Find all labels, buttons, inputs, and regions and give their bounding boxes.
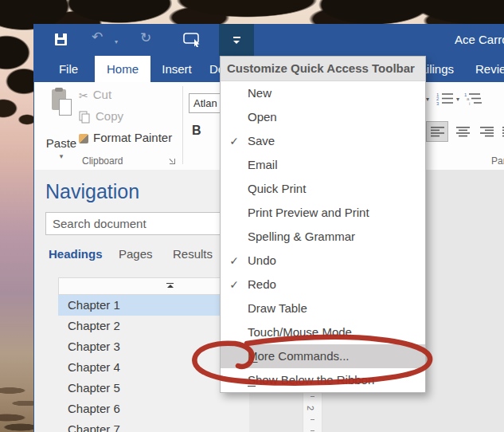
qat-menu-items: NewOpen✓SaveEmailQuick PrintPrint Previe… (221, 81, 425, 392)
touch-mouse-mode-button[interactable] (183, 33, 202, 49)
menu-item-label: Print Preview and Print (248, 201, 369, 225)
paragraph-group-label: Paragraph (491, 155, 504, 167)
menu-item-redo[interactable]: ✓Redo (221, 273, 425, 297)
check-spacer (221, 105, 248, 129)
nav-tab-pages[interactable]: Pages (119, 247, 153, 261)
navigation-tabs: HeadingsPagesResults (34, 247, 249, 266)
menu-item-label: Open (248, 105, 277, 129)
menu-item-spelling-grammar[interactable]: Spelling & Grammar (221, 225, 425, 249)
align-left-icon (430, 126, 445, 138)
menu-item-label: Save (248, 129, 275, 153)
tab-home[interactable]: Home (95, 56, 150, 82)
tab-file[interactable]: File (49, 56, 88, 82)
format-painter-button[interactable]: Format Painter (79, 131, 172, 145)
menu-item-touch-mouse-mode[interactable]: Touch/Mouse Mode (221, 320, 425, 344)
ruler-number: 2 (306, 406, 315, 410)
customize-quick-access-toolbar-button[interactable] (219, 24, 254, 56)
menu-item-new[interactable]: New (221, 81, 425, 105)
menu-item-print-preview-and-print[interactable]: Print Preview and Print (221, 201, 425, 225)
menu-item-open[interactable]: Open (221, 105, 425, 129)
menu-item-label: More Commands... (248, 344, 350, 368)
touch-mouse-mode-icon (183, 33, 202, 47)
menu-item-label: Show Below the Ribbon (248, 368, 374, 392)
justify-icon (502, 126, 504, 138)
menu-item-label: Undo (248, 249, 276, 273)
menu-item-label: Quick Print (248, 177, 306, 201)
nav-tab-headings[interactable]: Headings (49, 247, 103, 261)
ruler-tick (311, 430, 315, 431)
checkmark-icon: ✓ (221, 129, 248, 153)
copy-icon (79, 111, 91, 124)
menu-item-label: Redo (248, 273, 276, 297)
ruler-tick (311, 419, 315, 420)
ruler-tick (311, 396, 315, 397)
multilevel-list-button[interactable]: 1 a i (464, 92, 483, 108)
menu-item-undo[interactable]: ✓Undo (221, 249, 425, 273)
ground-texture (0, 381, 35, 432)
check-spacer (221, 153, 248, 177)
undo-chevron-down-icon[interactable]: ▾ (115, 35, 118, 49)
undo-icon: ↶ (92, 29, 103, 45)
check-spacer (221, 320, 248, 344)
redo-icon: ↻ (140, 30, 151, 45)
menu-item-label: Draw Table (248, 297, 307, 320)
search-document-input[interactable] (45, 212, 244, 235)
customize-toolbar-icon (233, 37, 240, 44)
nav-tab-results[interactable]: Results (173, 247, 213, 261)
save-button[interactable] (55, 33, 67, 45)
menu-item-label: New (248, 81, 272, 105)
navigation-pane-title: Navigation (45, 180, 139, 203)
check-spacer (221, 225, 248, 249)
qat-menu-header: Customize Quick Access Toolbar (221, 57, 425, 81)
clipboard-dialog-launcher-icon[interactable] (168, 157, 176, 165)
redo-button[interactable]: ↻ (140, 31, 151, 45)
menu-item-label: Email (248, 153, 278, 177)
menu-item-label: Spelling & Grammar (248, 225, 355, 249)
cut-button[interactable]: ✂Cut (79, 88, 111, 102)
title-bar: ↶ ▾ ↻ Ace Carrow (34, 24, 504, 56)
menu-item-more-commands[interactable]: More Commands... (221, 344, 425, 368)
align-right-icon (479, 126, 494, 138)
numbered-list-chevron-down-icon[interactable]: ▾ (456, 96, 459, 103)
align-center-icon (455, 126, 471, 138)
paste-clipboard-icon (52, 89, 66, 110)
undo-button[interactable]: ↶ (92, 30, 103, 44)
justify-button[interactable] (498, 121, 504, 142)
menu-item-show-below-the-ribbon[interactable]: Show Below the Ribbon (221, 368, 425, 392)
tab-review[interactable]: Review (475, 56, 504, 82)
format-painter-label: Format Painter (93, 131, 172, 144)
tab-insert[interactable]: Insert (155, 56, 198, 82)
screenshot-canvas: ↶ ▾ ↻ Ace Carrow FileHomeInsertDesignMai… (0, 0, 504, 432)
bullet-list-chevron-down-icon[interactable]: ▾ (426, 96, 429, 103)
copy-button[interactable]: Copy (79, 109, 123, 124)
menu-item-quick-print[interactable]: Quick Print (221, 177, 425, 201)
check-spacer (221, 201, 248, 225)
check-spacer (221, 81, 248, 105)
cut-label: Cut (93, 88, 111, 101)
menu-item-draw-table[interactable]: Draw Table (221, 297, 425, 320)
menu-item-email[interactable]: Email (221, 153, 425, 177)
paste-button[interactable]: Paste ▾ (42, 85, 80, 165)
copy-label: Copy (96, 109, 123, 123)
heading-item[interactable]: Chapter 7 (58, 419, 249, 432)
numbered-list-icon: 1 2 3 (436, 92, 455, 105)
checkmark-icon: ✓ (221, 273, 248, 297)
group-separator (182, 86, 183, 164)
check-spacer (221, 344, 248, 368)
bold-button[interactable]: B (192, 124, 205, 139)
heading-item[interactable]: Chapter 6 (58, 399, 249, 419)
clipboard-group-label: Clipboard (82, 155, 123, 167)
numbered-list-button[interactable]: 1 2 3 (436, 92, 455, 108)
scissors-icon: ✂ (79, 88, 88, 103)
collapse-headings-icon (166, 283, 174, 288)
paste-chevron-down-icon[interactable]: ▾ (42, 152, 80, 160)
align-right-button[interactable] (475, 121, 498, 142)
multilevel-list-icon: 1 a i (464, 92, 483, 105)
align-center-button[interactable] (451, 121, 474, 142)
menu-item-label: Touch/Mouse Mode (248, 320, 352, 344)
save-icon (55, 33, 67, 45)
format-painter-brush-icon (79, 134, 88, 143)
align-left-button[interactable] (426, 121, 448, 142)
menu-item-save[interactable]: ✓Save (221, 129, 425, 153)
check-spacer (221, 368, 248, 392)
